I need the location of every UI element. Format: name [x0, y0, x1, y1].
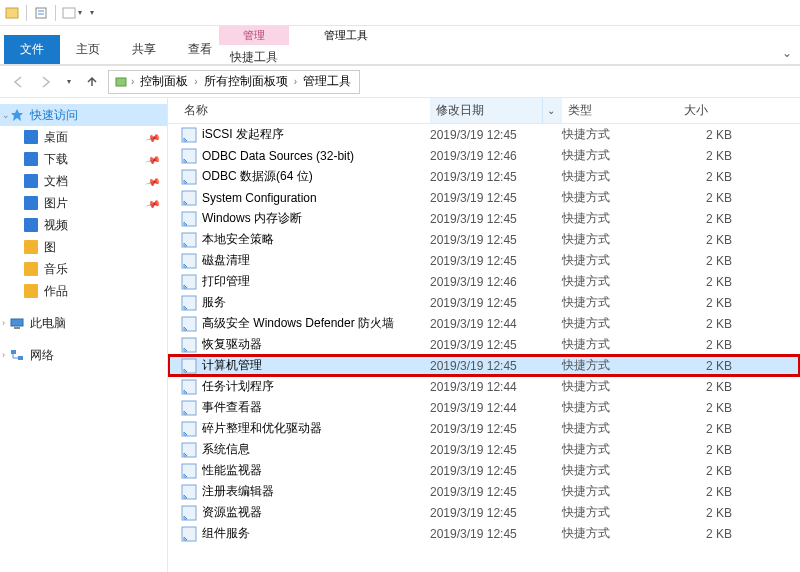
file-row[interactable]: 系统信息2019/3/19 12:45快捷方式2 KB: [168, 439, 800, 460]
file-row[interactable]: 服务2019/3/19 12:45快捷方式2 KB: [168, 292, 800, 313]
column-type[interactable]: 类型: [562, 98, 678, 123]
file-name: 计算机管理: [202, 357, 430, 374]
sidebar-item[interactable]: 图: [0, 236, 167, 258]
svg-rect-5: [116, 78, 126, 86]
breadcrumb-bar[interactable]: › 控制面板 › 所有控制面板项 › 管理工具: [108, 70, 360, 94]
column-headers: 名称 修改日期 ⌄ 类型 大小: [168, 98, 800, 124]
tab-home[interactable]: 主页: [60, 35, 116, 64]
sidebar-item-label: 快速访问: [30, 107, 78, 124]
sidebar-item[interactable]: 下载📌: [0, 148, 167, 170]
file-date: 2019/3/19 12:46: [430, 275, 562, 289]
file-row[interactable]: 碎片整理和优化驱动器2019/3/19 12:45快捷方式2 KB: [168, 418, 800, 439]
file-row[interactable]: 计算机管理2019/3/19 12:45快捷方式2 KB: [168, 355, 800, 376]
file-size: 2 KB: [678, 317, 742, 331]
chevron-right-icon[interactable]: ›: [292, 76, 299, 87]
file-size: 2 KB: [678, 485, 742, 499]
column-size[interactable]: 大小: [678, 98, 742, 123]
expand-caret-icon[interactable]: ⌄: [2, 110, 10, 120]
folder-icon: [24, 152, 38, 166]
file-type: 快捷方式: [562, 273, 678, 290]
svg-rect-8: [14, 327, 20, 329]
chevron-right-icon[interactable]: ›: [129, 76, 136, 87]
pc-icon: [10, 316, 24, 330]
forward-button[interactable]: [34, 70, 58, 94]
file-row[interactable]: 性能监视器2019/3/19 12:45快捷方式2 KB: [168, 460, 800, 481]
star-icon: [10, 108, 24, 122]
crumb-admin-tools[interactable]: 管理工具: [299, 73, 355, 90]
shortcut-icon: [180, 253, 198, 269]
file-row[interactable]: 资源监视器2019/3/19 12:45快捷方式2 KB: [168, 502, 800, 523]
sidebar-item-label: 网络: [30, 347, 54, 364]
file-type: 快捷方式: [562, 126, 678, 143]
crumb-control-panel[interactable]: 控制面板: [136, 73, 192, 90]
sidebar-item-label: 音乐: [44, 261, 68, 278]
file-row[interactable]: ODBC 数据源(64 位)2019/3/19 12:45快捷方式2 KB: [168, 166, 800, 187]
sidebar-item[interactable]: 文档📌: [0, 170, 167, 192]
file-size: 2 KB: [678, 212, 742, 226]
file-size: 2 KB: [678, 233, 742, 247]
properties-icon[interactable]: [33, 5, 49, 21]
qat-customize[interactable]: ▾: [90, 8, 94, 17]
file-type: 快捷方式: [562, 378, 678, 395]
column-name[interactable]: 名称: [168, 98, 430, 123]
file-list-pane: 名称 修改日期 ⌄ 类型 大小 iSCSI 发起程序2019/3/19 12:4…: [168, 98, 800, 572]
chevron-right-icon[interactable]: ›: [192, 76, 199, 87]
svg-rect-10: [18, 356, 23, 360]
file-row[interactable]: iSCSI 发起程序2019/3/19 12:45快捷方式2 KB: [168, 124, 800, 145]
expand-caret-icon[interactable]: ›: [2, 350, 5, 360]
pin-icon: 📌: [145, 195, 161, 211]
file-date: 2019/3/19 12:45: [430, 359, 562, 373]
file-row[interactable]: 打印管理2019/3/19 12:46快捷方式2 KB: [168, 271, 800, 292]
file-row[interactable]: 任务计划程序2019/3/19 12:44快捷方式2 KB: [168, 376, 800, 397]
file-type: 快捷方式: [562, 315, 678, 332]
file-row[interactable]: 事件查看器2019/3/19 12:44快捷方式2 KB: [168, 397, 800, 418]
up-button[interactable]: [80, 70, 104, 94]
file-tab[interactable]: 文件: [4, 35, 60, 64]
file-row[interactable]: System Configuration2019/3/19 12:45快捷方式2…: [168, 187, 800, 208]
crumb-all-items[interactable]: 所有控制面板项: [200, 73, 292, 90]
file-type: 快捷方式: [562, 441, 678, 458]
sidebar-network[interactable]: › 网络: [0, 344, 167, 366]
file-row[interactable]: 本地安全策略2019/3/19 12:45快捷方式2 KB: [168, 229, 800, 250]
file-row[interactable]: Windows 内存诊断2019/3/19 12:45快捷方式2 KB: [168, 208, 800, 229]
file-type: 快捷方式: [562, 189, 678, 206]
file-row[interactable]: ODBC Data Sources (32-bit)2019/3/19 12:4…: [168, 145, 800, 166]
sidebar-item[interactable]: 音乐: [0, 258, 167, 280]
file-name: 磁盘清理: [202, 252, 430, 269]
chevron-down-icon: ▾: [78, 8, 82, 17]
sidebar-item[interactable]: 作品: [0, 280, 167, 302]
back-button[interactable]: [6, 70, 30, 94]
pin-icon: 📌: [145, 129, 161, 145]
file-row[interactable]: 磁盘清理2019/3/19 12:45快捷方式2 KB: [168, 250, 800, 271]
contextual-tab-group-tools: 管理工具: [300, 26, 392, 53]
recent-locations[interactable]: ▾: [62, 70, 76, 94]
sidebar-this-pc[interactable]: › 此电脑: [0, 312, 167, 334]
file-name: 服务: [202, 294, 430, 311]
file-size: 2 KB: [678, 527, 742, 541]
tab-shortcut-tools[interactable]: 快捷工具: [224, 45, 284, 70]
qat-dropdown[interactable]: ▾: [62, 6, 82, 20]
sidebar-item[interactable]: 图片📌: [0, 192, 167, 214]
file-row[interactable]: 注册表编辑器2019/3/19 12:45快捷方式2 KB: [168, 481, 800, 502]
file-row[interactable]: 高级安全 Windows Defender 防火墙2019/3/19 12:44…: [168, 313, 800, 334]
column-date-modified[interactable]: 修改日期 ⌄: [430, 98, 562, 123]
file-date: 2019/3/19 12:45: [430, 464, 562, 478]
sidebar-item[interactable]: 视频: [0, 214, 167, 236]
tab-share[interactable]: 共享: [116, 35, 172, 64]
shortcut-icon: [180, 127, 198, 143]
file-type: 快捷方式: [562, 420, 678, 437]
file-row[interactable]: 恢复驱动器2019/3/19 12:45快捷方式2 KB: [168, 334, 800, 355]
file-size: 2 KB: [678, 380, 742, 394]
file-row[interactable]: 组件服务2019/3/19 12:45快捷方式2 KB: [168, 523, 800, 544]
expand-caret-icon[interactable]: ›: [2, 318, 5, 328]
tab-admin-tools[interactable]: [340, 45, 352, 53]
sidebar-item[interactable]: 桌面📌: [0, 126, 167, 148]
filter-dropdown-icon[interactable]: ⌄: [542, 98, 555, 123]
contextual-tab-group-manage: 管理 快捷工具: [219, 26, 289, 70]
file-date: 2019/3/19 12:44: [430, 380, 562, 394]
ribbon-collapse-icon[interactable]: ⌄: [782, 46, 792, 60]
file-name: 注册表编辑器: [202, 483, 430, 500]
shortcut-icon: [180, 211, 198, 227]
file-list[interactable]: iSCSI 发起程序2019/3/19 12:45快捷方式2 KBODBC Da…: [168, 124, 800, 572]
sidebar-quick-access[interactable]: ⌄ 快速访问: [0, 104, 167, 126]
